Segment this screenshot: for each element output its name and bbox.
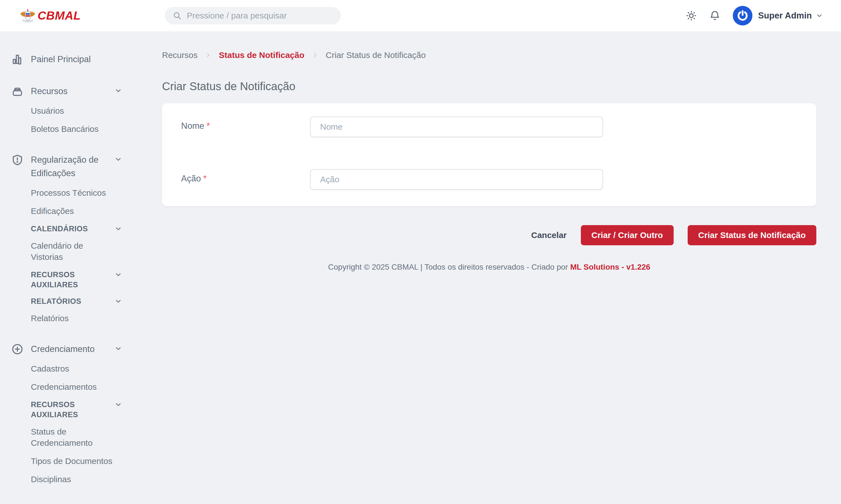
sidebar-item-label: Status de Credenciamento	[31, 426, 115, 449]
required-asterisk: *	[207, 121, 210, 131]
create-and-create-other-button[interactable]: Criar / Criar Outro	[581, 225, 674, 245]
breadcrumb-link-1[interactable]: Status de Notificação	[219, 50, 305, 60]
chevron-down-icon	[114, 401, 122, 409]
shield-alert-icon	[11, 154, 23, 166]
sidebar-item-recursos-auxiliares[interactable]: RECURSOS AUXILIARES	[11, 399, 135, 420]
sidebar-item-credenciamentos[interactable]: Credenciamentos	[11, 381, 135, 393]
user-name: Super Admin	[758, 11, 812, 21]
chevron-right-icon	[205, 52, 212, 58]
sidebar-item-label: Credenciamento	[31, 342, 95, 356]
sidebar-item-edificacoes[interactable]: Edificações	[11, 205, 135, 217]
form-card: Nome*Ação*	[162, 103, 816, 206]
sidebar-item-status-de-credenciamento[interactable]: Status de Credenciamento	[11, 426, 135, 449]
sidebar-item-label: Processos Técnicos	[31, 187, 106, 199]
sidebar-item-regularizacao-de-edificacoes[interactable]: Regularização de Edificações	[11, 153, 135, 180]
create-button[interactable]: Criar Status de Notificação	[688, 225, 816, 245]
sidebar-item-tipos-de-documentos[interactable]: Tipos de Documentos	[11, 455, 135, 467]
theme-toggle-sun-icon[interactable]	[686, 10, 697, 21]
chevron-down-icon	[114, 156, 122, 163]
acao-field[interactable]	[310, 169, 603, 190]
sidebar-item-label: Boletos Bancários	[31, 124, 99, 135]
sidebar-item-cadastros[interactable]: Cadastros	[11, 363, 135, 374]
logo-wordmark: CBMAL	[38, 9, 81, 22]
chevron-right-icon	[312, 52, 319, 58]
bar-chart-icon	[11, 53, 23, 66]
sidebar-item-label: Tipos de Documentos	[31, 455, 113, 467]
chevron-down-icon	[114, 225, 122, 233]
cbmal-crest-icon	[20, 8, 36, 23]
sidebar-item-label: Disciplinas	[31, 474, 71, 485]
breadcrumb-link-0[interactable]: Recursos	[162, 50, 198, 60]
avatar	[733, 6, 752, 25]
search-icon	[173, 11, 182, 20]
app-header: CBMAL	[0, 0, 841, 31]
sidebar-item-calendario-de-vistorias[interactable]: Calendário de Vistorias	[11, 240, 135, 263]
chevron-down-icon	[114, 87, 122, 95]
notifications-bell-icon[interactable]	[709, 10, 720, 21]
power-avatar-icon	[736, 10, 749, 22]
user-menu[interactable]: Super Admin	[733, 6, 823, 25]
sidebar-item-label: RELATÓRIOS	[31, 296, 81, 306]
sidebar-item-label: Painel Principal	[31, 53, 91, 66]
cancel-button[interactable]: Cancelar	[531, 231, 567, 240]
sidebar-item-calendarios[interactable]: CALENDÁRIOS	[11, 224, 135, 234]
breadcrumb: RecursosStatus de NotificaçãoCriar Statu…	[162, 50, 816, 60]
form-actions: Cancelar Criar / Criar Outro Criar Statu…	[162, 225, 816, 245]
sidebar-item-label: Edificações	[31, 205, 74, 217]
sidebar-item-boletos-bancarios[interactable]: Boletos Bancários	[11, 124, 135, 135]
form-row: Ação*	[181, 169, 797, 190]
sidebar-item-painel-principal[interactable]: Painel Principal	[11, 53, 135, 66]
sidebar-item-label: Regularização de Edificações	[31, 153, 115, 180]
briefcase-icon	[11, 85, 23, 97]
brand-version-link[interactable]: ML Solutions - v1.226	[570, 263, 650, 271]
sidebar-item-label: RECURSOS AUXILIARES	[31, 399, 115, 420]
sidebar-item-label: Cadastros	[31, 363, 69, 374]
sidebar-item-label: Credenciamentos	[31, 381, 97, 393]
chevron-down-icon	[816, 12, 823, 19]
field-label: Ação*	[181, 169, 310, 184]
chevron-down-icon	[114, 298, 122, 305]
copyright-text: Copyright © 2025 CBMAL | Todos os direit…	[328, 263, 570, 271]
sidebar-item-recursos-auxiliares[interactable]: RECURSOS AUXILIARES	[11, 270, 135, 290]
sidebar-item-label: Calendário de Vistorias	[31, 240, 115, 263]
sidebar-item-label: RECURSOS AUXILIARES	[31, 270, 115, 290]
required-asterisk: *	[203, 174, 207, 183]
sidebar-item-recursos[interactable]: Recursos	[11, 85, 135, 98]
sidebar-item-usuarios[interactable]: Usuários	[11, 105, 135, 116]
plus-circle-icon	[11, 343, 23, 355]
sidebar-item-label: Relatórios	[31, 313, 69, 324]
chevron-down-icon	[114, 271, 122, 278]
sidebar-item-label: Recursos	[31, 85, 68, 98]
app-logo[interactable]: CBMAL	[20, 8, 81, 23]
sidebar-item-relatorios[interactable]: Relatórios	[11, 313, 135, 324]
main-content: RecursosStatus de NotificaçãoCriar Statu…	[135, 31, 841, 504]
chevron-down-icon	[114, 345, 122, 353]
breadcrumb-current-2: Criar Status de Notificação	[326, 50, 426, 60]
sidebar-item-credenciamento[interactable]: Credenciamento	[11, 342, 135, 356]
sidebar-item-disciplinas[interactable]: Disciplinas	[11, 474, 135, 485]
form-row: Nome*	[181, 116, 797, 137]
sidebar-item-label: CALENDÁRIOS	[31, 224, 88, 234]
nome-field[interactable]	[310, 116, 603, 137]
sidebar-item-relatorios[interactable]: RELATÓRIOS	[11, 296, 135, 306]
global-search[interactable]	[165, 7, 341, 24]
sidebar: Painel PrincipalRecursosUsuáriosBoletos …	[0, 31, 135, 504]
field-label: Nome*	[181, 116, 310, 131]
page-title: Criar Status de Notificação	[162, 80, 816, 93]
sidebar-item-label: Usuários	[31, 105, 64, 116]
footer: Copyright © 2025 CBMAL | Todos os direit…	[162, 263, 816, 272]
search-input[interactable]	[187, 11, 333, 20]
sidebar-item-processos-tecnicos[interactable]: Processos Técnicos	[11, 187, 135, 199]
